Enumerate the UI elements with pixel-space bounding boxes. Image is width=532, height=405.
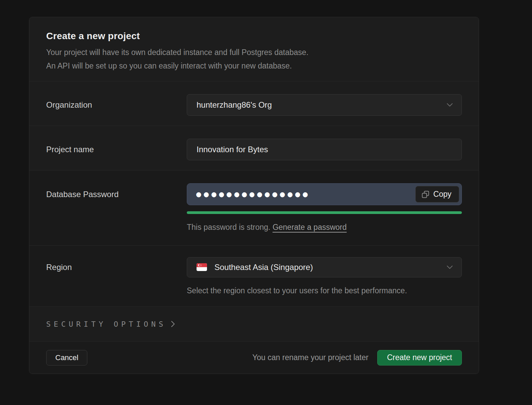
chevron-right-icon [171, 321, 175, 327]
region-selected-value: Southeast Asia (Singapore) [214, 263, 313, 272]
organization-row: Organization hunterzhang86's Org [29, 81, 479, 126]
password-masked-value: ●●●●●●●●●●●●●●● [196, 191, 310, 197]
project-name-row: Project name [29, 126, 479, 170]
password-strength-message: This password is strong. Generate a pass… [187, 223, 462, 232]
project-name-input[interactable] [187, 139, 462, 160]
database-password-label: Database Password [46, 183, 187, 205]
security-options-toggle[interactable]: SECURITY OPTIONS [29, 307, 479, 342]
copy-button-label: Copy [433, 190, 451, 199]
copy-password-button[interactable]: Copy [415, 186, 459, 202]
security-options-label: SECURITY OPTIONS [46, 320, 166, 328]
organization-selected-value: hunterzhang86's Org [197, 100, 272, 110]
cancel-button[interactable]: Cancel [46, 350, 87, 366]
create-new-project-button[interactable]: Create new project [377, 350, 462, 366]
region-select[interactable]: Southeast Asia (Singapore) [187, 257, 462, 277]
dialog-title: Create a new project [46, 31, 462, 42]
chevron-down-icon [447, 265, 453, 269]
dialog-header: Create a new project Your project will h… [29, 17, 479, 81]
rename-note: You can rename your project later [253, 353, 368, 362]
organization-label: Organization [46, 94, 187, 116]
region-row: Region Southeast A [29, 246, 479, 307]
dialog-footer: Cancel You can rename your project later… [29, 342, 479, 374]
copy-icon [422, 191, 429, 198]
subtitle-line-2: An API will be set up so you can easily … [46, 59, 462, 73]
generate-password-link[interactable]: Generate a password [272, 223, 347, 232]
chevron-down-icon [447, 103, 453, 107]
database-password-row: Database Password ●●●●●●●●●●●●●●● Copy [29, 170, 479, 246]
password-strength-bar [187, 211, 462, 214]
singapore-flag-icon [197, 263, 207, 271]
dialog-subtitle: Your project will have its own dedicated… [46, 46, 462, 73]
password-strength-fill [187, 211, 462, 214]
database-password-input[interactable]: ●●●●●●●●●●●●●●● Copy [187, 183, 462, 205]
region-helper-text: Select the region closest to your users … [187, 286, 462, 295]
organization-select[interactable]: hunterzhang86's Org [187, 94, 462, 116]
region-label: Region [46, 257, 187, 277]
create-project-dialog: Create a new project Your project will h… [29, 17, 479, 374]
subtitle-line-1: Your project will have its own dedicated… [46, 46, 462, 59]
project-name-label: Project name [46, 139, 187, 160]
